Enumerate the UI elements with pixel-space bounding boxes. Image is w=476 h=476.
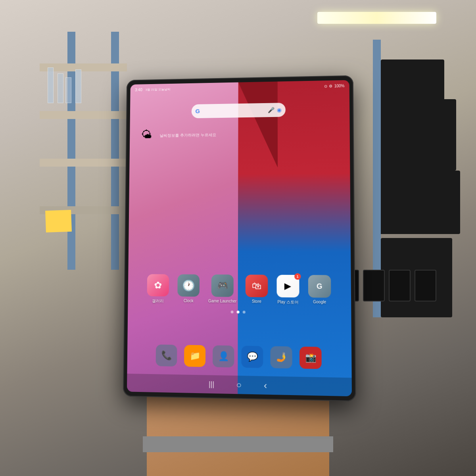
dock-front-camera[interactable]: 🤳 bbox=[271, 346, 292, 369]
wifi-icon: ⊙ bbox=[324, 84, 327, 88]
battery-icon: 100% bbox=[334, 83, 345, 88]
shelf-board-1 bbox=[40, 63, 127, 71]
gallery-label: 갤러리 bbox=[152, 298, 164, 304]
app-icons-row: ✿ 갤러리 🕐 Clock 🎮 Game Launcher bbox=[128, 274, 351, 306]
google-search-bar[interactable]: G 🎤 ◉ bbox=[192, 103, 286, 118]
app-dock: 📞 📁 👤 💬 🤳 📸 bbox=[127, 340, 352, 374]
dock-camera-icon: 📸 bbox=[305, 352, 316, 363]
google-label: Google bbox=[313, 299, 326, 304]
light-fixture bbox=[317, 12, 436, 24]
home-button[interactable]: ○ bbox=[236, 380, 242, 390]
status-date: 3월 21일 오늘날씨 bbox=[145, 87, 171, 92]
game-launcher-label: Game Launcher bbox=[208, 299, 237, 303]
shelf-post-left bbox=[67, 32, 75, 270]
page-dot-3[interactable] bbox=[242, 311, 245, 313]
tablet-shelf-1 bbox=[415, 270, 436, 301]
play-store-icon: ▶ 1 bbox=[276, 275, 299, 298]
gallery-icon: ✿ bbox=[147, 274, 169, 296]
wallpaper-triangle bbox=[238, 82, 278, 168]
app-google[interactable]: G Google bbox=[308, 275, 331, 305]
tablet-shelf-3 bbox=[363, 270, 385, 301]
dock-files-icon: 📁 bbox=[190, 351, 200, 361]
google-logo: G bbox=[196, 107, 203, 115]
device-3 bbox=[373, 171, 460, 234]
watch-band bbox=[143, 436, 333, 452]
shelf-board-3 bbox=[40, 159, 127, 167]
dock-icon-1[interactable]: 📞 bbox=[156, 344, 177, 366]
google-app-icon: G bbox=[308, 275, 331, 298]
shelf-post-right-1 bbox=[373, 40, 381, 317]
dock-messages-icon: 💬 bbox=[247, 351, 257, 362]
store-label: Store bbox=[252, 299, 261, 303]
app-game-launcher[interactable]: 🎮 Game Launcher bbox=[208, 274, 237, 305]
tablet-screen: 3:40 3월 21일 오늘날씨 ⊙ ⚙ 100% G 🎤 ◉ 🌤 날씨정보를 … bbox=[127, 80, 352, 396]
shelf-item-stand-2 bbox=[58, 73, 63, 103]
page-dot-1[interactable] bbox=[230, 311, 233, 313]
store-icon: 🛍 bbox=[246, 274, 268, 297]
dock-files[interactable]: 📁 bbox=[184, 345, 205, 367]
status-right: ⊙ ⚙ 100% bbox=[324, 83, 344, 88]
settings-icon: ⚙ bbox=[329, 84, 332, 88]
back-button[interactable]: ‹ bbox=[264, 380, 267, 391]
samsung-tablet: 3:40 3월 21일 오늘날씨 ⊙ ⚙ 100% G 🎤 ◉ 🌤 날씨정보를 … bbox=[123, 75, 356, 401]
page-dot-2[interactable] bbox=[236, 311, 239, 313]
google-lens-icon[interactable]: ◉ bbox=[277, 107, 282, 113]
status-time: 3:40 bbox=[135, 88, 142, 92]
shelf-board-2 bbox=[40, 111, 127, 119]
dock-contacts-icon: 👤 bbox=[218, 351, 229, 362]
dock-contacts[interactable]: 👤 bbox=[213, 345, 234, 368]
dock-camera[interactable]: 📸 bbox=[299, 347, 322, 369]
app-store[interactable]: 🛍 Store bbox=[246, 274, 268, 305]
recent-apps-button[interactable]: ||| bbox=[209, 380, 214, 389]
shelf-board-4 bbox=[40, 206, 127, 214]
navigation-bar: ||| ○ ‹ bbox=[127, 374, 352, 396]
shelf-item-stand-1 bbox=[48, 67, 54, 103]
microphone-icon[interactable]: 🎤 bbox=[268, 107, 274, 113]
weather-widget[interactable]: 🌤 날씨정보를 추가하려면 누르세요 bbox=[141, 127, 216, 144]
dock-messages[interactable]: 💬 bbox=[241, 346, 263, 368]
dock-front-camera-icon: 🤳 bbox=[276, 352, 287, 363]
printer-device-1 bbox=[377, 99, 456, 171]
clock-icon: 🕐 bbox=[177, 274, 200, 296]
game-launcher-icon: 🎮 bbox=[211, 274, 234, 297]
status-left: 3:40 3월 21일 오늘날씨 bbox=[135, 87, 171, 92]
printer-device-2 bbox=[381, 60, 444, 103]
tablet-shelf-2 bbox=[389, 270, 411, 301]
shelf-post-right bbox=[111, 32, 119, 270]
sticky-note bbox=[45, 210, 72, 232]
app-gallery[interactable]: ✿ 갤러리 bbox=[147, 274, 169, 304]
search-input-area[interactable] bbox=[205, 110, 265, 111]
play-store-label: Play 스토어 bbox=[277, 299, 298, 305]
play-store-badge: 1 bbox=[294, 273, 301, 280]
dock-phone-icon: 📞 bbox=[161, 350, 172, 361]
shelf-item-stand-3 bbox=[65, 77, 71, 103]
shelf-item-stand-4 bbox=[75, 69, 81, 103]
weather-text: 날씨정보를 추가하려면 누르세요 bbox=[160, 132, 216, 138]
clock-label: Clock bbox=[184, 299, 194, 303]
device-4 bbox=[381, 238, 452, 317]
weather-icon: 🌤 bbox=[141, 128, 157, 144]
app-play-store[interactable]: ▶ 1 Play 스토어 bbox=[276, 275, 299, 305]
app-clock[interactable]: 🕐 Clock bbox=[177, 274, 200, 304]
